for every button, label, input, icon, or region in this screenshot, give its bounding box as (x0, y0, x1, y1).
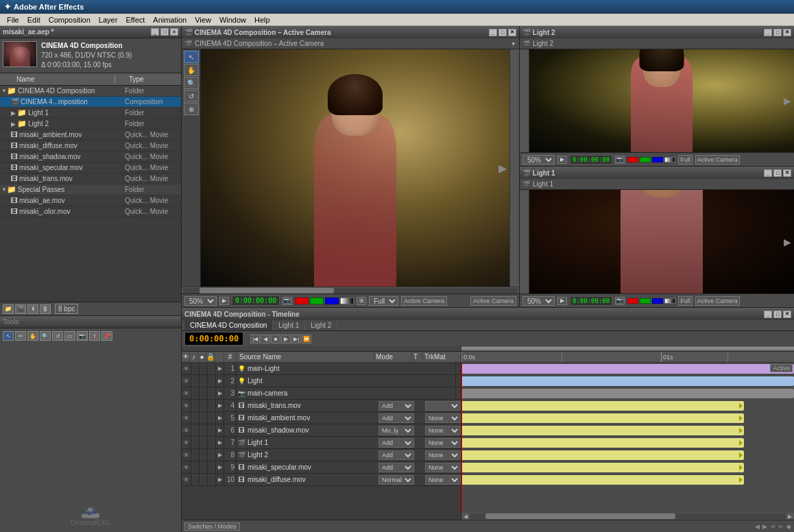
light2-minimize[interactable]: _ (764, 29, 772, 36)
rotate-tool-btn[interactable]: ↺ (52, 331, 63, 341)
light1-right-arrow[interactable]: ▶ (784, 237, 791, 247)
light2-ch-a[interactable] (664, 157, 675, 162)
tl-layer9-eye[interactable]: 👁 (182, 461, 191, 473)
tl-layer9-solo[interactable] (200, 461, 208, 473)
new-folder-btn[interactable]: 📁 (3, 304, 14, 314)
pen-tool-btn[interactable]: ✏ (15, 331, 26, 341)
light1-minimize[interactable]: _ (764, 169, 772, 177)
main-viewer-hscroll[interactable] (182, 287, 519, 293)
tl-hscroll[interactable]: ◀ ▶ (461, 513, 794, 520)
tl-header-mode[interactable]: Mode (374, 352, 412, 362)
menu-layer[interactable]: Layer (95, 16, 122, 24)
tl-layer2-lock[interactable] (208, 375, 216, 387)
main-viewer-restore[interactable]: □ (498, 29, 507, 36)
main-viewer-quality[interactable]: Full (369, 296, 398, 306)
list-item[interactable]: ▶ 📁 Light 1 Folder (0, 108, 181, 119)
tl-layer4-trkmat[interactable] (425, 401, 461, 411)
tl-layer6-solo[interactable] (200, 424, 208, 436)
tl-layer4-mode[interactable]: Add (378, 401, 414, 411)
tl-layer8-mode[interactable]: Add (378, 450, 414, 460)
tl-layer5-expand[interactable]: ▶ (216, 412, 224, 424)
menu-effect[interactable]: Effect (121, 16, 149, 24)
list-item[interactable]: 🎬 CINEMA 4...mposition Composition (0, 97, 181, 108)
tl-workarea[interactable] (182, 346, 794, 352)
file-header-type[interactable]: Type (126, 75, 181, 83)
tl-stop[interactable]: ■ (271, 335, 280, 343)
light2-restore[interactable]: □ (773, 29, 782, 36)
tl-next-frame[interactable]: ▶| (291, 335, 301, 343)
tl-time-ruler[interactable]: 0:0s 01s (461, 352, 794, 363)
list-item[interactable]: ▼ 📁 CINEMA 4D Composition Folder (0, 86, 181, 97)
light1-close[interactable]: ✕ (783, 169, 791, 177)
light2-zoom[interactable]: 50% (522, 155, 555, 165)
tl-layer7-trkmat[interactable]: None (425, 438, 461, 448)
tl-layer3-expand[interactable]: ▶ (216, 387, 224, 399)
tl-layer2-eye[interactable]: 👁 (182, 375, 191, 387)
tab-light1[interactable]: Light 1 (273, 320, 305, 330)
tl-nav-keyframe[interactable]: ◆ (786, 523, 791, 530)
light1-play[interactable]: ▶ (557, 297, 567, 305)
tl-scroll-right[interactable]: ▶ (786, 513, 794, 520)
list-item[interactable]: 🎞 misaki_diffuse.mov Quick... Movie (0, 141, 181, 152)
tl-layer5-lock[interactable] (208, 412, 216, 424)
main-viewer-minimize[interactable]: _ (489, 29, 497, 36)
tl-layer1-lock[interactable] (208, 363, 216, 374)
tl-layer4-solo[interactable] (200, 400, 208, 411)
tl-layer8-lock[interactable] (208, 449, 216, 461)
tl-layer2-solo[interactable] (200, 375, 208, 387)
select-tool-btn[interactable]: ↖ (3, 331, 14, 341)
channel-g[interactable] (310, 298, 324, 304)
tl-layer5-mode[interactable]: Add (378, 413, 414, 423)
tl-layer7-mode[interactable]: Add (378, 438, 414, 448)
tl-layer3-solo[interactable] (200, 387, 208, 399)
tl-nav-out[interactable]: ⊳ (778, 523, 784, 530)
tl-layer3-eye[interactable]: 👁 (182, 387, 191, 399)
menu-composition[interactable]: Composition (45, 16, 95, 24)
light1-ch-b[interactable] (652, 298, 663, 304)
light1-zoom[interactable]: 50% (522, 296, 555, 306)
tl-layer3-lock[interactable] (208, 387, 216, 399)
tl-layer1-audio[interactable] (191, 363, 200, 374)
list-item[interactable]: ▶ 📁 Light 2 Folder (0, 119, 181, 130)
tl-layer8-solo[interactable] (200, 449, 208, 461)
list-item[interactable]: 🎞 misaki_trans.mov Quick... Movie (0, 173, 181, 184)
tl-layer6-audio[interactable] (191, 424, 200, 436)
tl-layer10-mode[interactable]: Normal (378, 475, 414, 485)
tl-layer5-trkmat[interactable]: None (425, 413, 461, 423)
tl-layer6-trkmat[interactable]: None (425, 426, 461, 435)
light2-right-scroll[interactable] (520, 49, 529, 152)
tl-layer2-expand[interactable]: ▶ (216, 375, 224, 387)
tl-layer4-expand[interactable]: ▶ (216, 400, 224, 411)
timeline-close[interactable]: ✕ (783, 311, 791, 318)
tl-hscroll-track[interactable] (470, 513, 786, 519)
tl-layer1-eye[interactable]: 👁 (182, 363, 191, 374)
tl-play-back[interactable]: ◀ (261, 335, 270, 343)
tl-ram-preview[interactable]: ⏩ (302, 335, 311, 343)
main-viewer-play[interactable]: ▶ (219, 297, 229, 305)
light2-ch-b[interactable] (652, 157, 663, 162)
tl-layer9-trkmat[interactable]: None (425, 463, 461, 472)
main-viewer-close[interactable]: ✕ (508, 29, 516, 36)
tl-layer6-expand[interactable]: ▶ (216, 424, 224, 436)
light2-ch-r[interactable] (627, 157, 638, 162)
light1-quality-label[interactable]: Full (678, 296, 693, 306)
timeline-timecode-display[interactable]: 0:00:00:00 (184, 332, 243, 346)
light1-right-scroll[interactable] (520, 190, 529, 293)
tl-layer4-lock[interactable] (208, 400, 216, 411)
tab-light2[interactable]: Light 2 (305, 320, 337, 330)
tl-layer9-mode[interactable]: Add (378, 463, 414, 472)
tl-nav-prev[interactable]: ◀ (755, 523, 760, 530)
main-viewer-fit[interactable]: ⊞ (357, 297, 366, 305)
tl-nav-in[interactable]: ⊲ (770, 523, 775, 530)
light2-play[interactable]: ▶ (557, 156, 567, 164)
tl-layer6-mode[interactable]: Mu..ly (378, 426, 414, 435)
tl-nav-next[interactable]: ▶ (762, 523, 767, 530)
menu-window[interactable]: Window (215, 16, 250, 24)
cam-track-tool[interactable]: ⊕ (184, 103, 199, 115)
tl-layer4-eye[interactable]: 👁 (182, 400, 191, 411)
menu-edit[interactable]: Edit (23, 16, 45, 24)
timeline-minimize[interactable]: _ (764, 311, 772, 318)
light1-ch-r[interactable] (627, 298, 638, 304)
light2-right-arrow[interactable]: ▶ (784, 95, 791, 106)
light1-snapshot[interactable]: 📷 (615, 297, 625, 305)
